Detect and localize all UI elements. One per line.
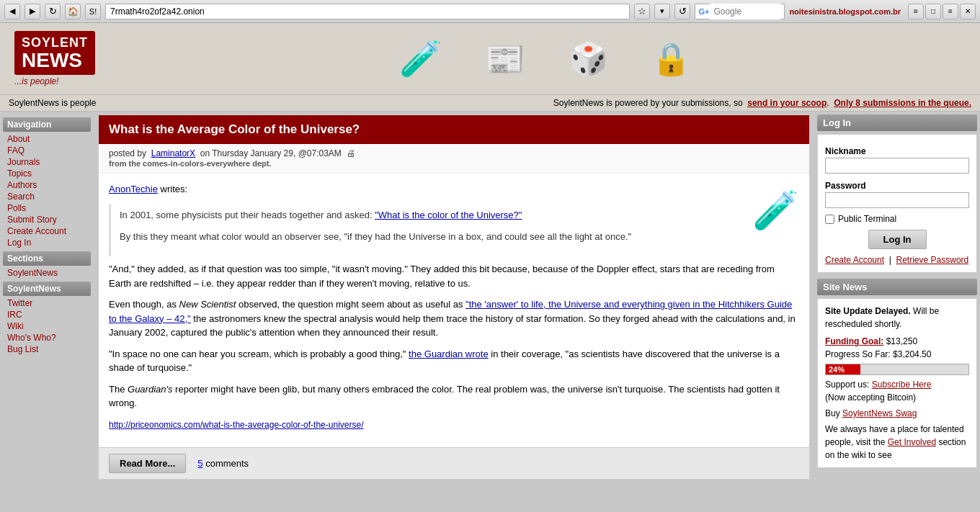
content-center: What is the Average Color of the Univers… xyxy=(94,112,814,512)
login-button[interactable]: Log In xyxy=(868,230,927,249)
article-title: What is the Average Color of the Univers… xyxy=(99,115,809,144)
site-header: SOYLENT NEWS ...is people! 🧪 📰 🎲 🔒 xyxy=(0,23,980,95)
sidebar-item-search[interactable]: Search xyxy=(3,191,91,202)
logo-tagline: ...is people! xyxy=(14,76,58,86)
addon-btn-3[interactable]: ≡ xyxy=(943,4,958,19)
browser-search-input[interactable] xyxy=(709,4,781,19)
soylent-section-title: SoylentNews xyxy=(3,282,91,296)
login-section-title: Log In xyxy=(817,114,977,131)
article-para4: The Guardian's reporter might have been … xyxy=(109,382,799,410)
public-terminal-row: Public Terminal xyxy=(825,214,969,224)
public-terminal-label: Public Terminal xyxy=(838,214,896,224)
home-button[interactable]: 🏠 xyxy=(65,4,81,19)
sidebar-item-soylent-news[interactable]: SoylentNews xyxy=(3,267,91,279)
sidebar-left: Navigation About FAQ Journals Topics Aut… xyxy=(0,112,94,512)
sidebar-item-submit-story[interactable]: Submit Story xyxy=(3,214,91,225)
meta-author-link[interactable]: LaminatorX xyxy=(151,148,195,158)
queue-link[interactable]: Only 8 submissions in the queue. xyxy=(834,98,971,108)
close-btn[interactable]: ✕ xyxy=(960,4,976,19)
browser-chrome: ◀ ▶ ↻ 🏠 S! ☆ ▾ ↺ G+ noitesinistra.blogsp… xyxy=(0,0,980,23)
article-meta: posted by LaminatorX on Thursday January… xyxy=(99,144,809,174)
addon-btn-1[interactable]: ≡ xyxy=(908,4,924,19)
header-icons: 🧪 📰 🎲 🔒 xyxy=(399,39,691,79)
sidebar-item-wiki[interactable]: Wiki xyxy=(3,320,91,332)
forward-button[interactable]: ▶ xyxy=(24,4,40,19)
support-before: Support us: xyxy=(825,379,872,390)
get-involved-link[interactable]: Get Involved xyxy=(888,437,936,447)
logo-area: SOYLENT NEWS ...is people! xyxy=(14,31,95,86)
public-terminal-checkbox[interactable] xyxy=(825,215,834,224)
nickname-label: Nickname xyxy=(825,146,969,156)
retrieve-password-link[interactable]: Retrieve Password xyxy=(896,255,969,265)
main-layout: Navigation About FAQ Journals Topics Aut… xyxy=(0,112,980,512)
sections-title: Sections xyxy=(3,251,91,266)
logo-box: SOYLENT NEWS xyxy=(14,31,95,75)
buy-before: Buy xyxy=(825,408,842,418)
article-para3: "In space no one can hear you scream, wh… xyxy=(109,347,799,375)
update-bold: Site Update Delayed. xyxy=(825,306,911,316)
article-para1: "And," they added, as if that question w… xyxy=(109,262,799,290)
sidebar-item-log-in[interactable]: Log In xyxy=(3,237,91,248)
progress-bar-outer: 24% xyxy=(825,364,969,375)
article-body: 🧪 AnonTechie writes: In 2001, some physi… xyxy=(99,174,809,447)
article-box: What is the Average Color of the Univers… xyxy=(98,114,810,480)
bookmark-icon[interactable]: ▾ xyxy=(654,4,670,19)
swag-link[interactable]: SoylentNews Swag xyxy=(842,408,917,418)
science-flask-icon[interactable]: 🧪 xyxy=(399,39,442,79)
comments-link: 5 comments xyxy=(197,458,249,469)
color-universe-link[interactable]: "What is the color of the Universe?" xyxy=(375,210,522,220)
meta-date: on Thursday January 29, @07:03AM xyxy=(200,148,342,158)
sidebar-item-create-account[interactable]: Create Account xyxy=(3,225,91,237)
url-bar[interactable] xyxy=(105,4,630,19)
external-link[interactable]: noitesinistra.blogspot.com.br xyxy=(789,7,901,16)
login-extra-links: Create Account | Retrieve Password xyxy=(825,255,969,265)
guardian-link[interactable]: the Guardian wrote xyxy=(409,349,489,359)
sidebar-item-faq[interactable]: FAQ xyxy=(3,145,91,156)
newspaper-icon[interactable]: 📰 xyxy=(486,40,525,78)
print-icon[interactable]: 🖨 xyxy=(347,148,355,158)
logo-soylent: SOYLENT xyxy=(22,35,88,50)
sidebar-item-authors[interactable]: Authors xyxy=(3,179,91,191)
sidebar-item-topics[interactable]: Topics xyxy=(3,168,91,179)
sidebar-item-about[interactable]: About xyxy=(3,133,91,145)
progress-amount: $3,204.50 xyxy=(893,349,931,359)
tagline-right: SoylentNews is powered by your submissio… xyxy=(553,98,971,108)
sidebar-item-polls[interactable]: Polls xyxy=(3,202,91,214)
reload-button[interactable]: ↻ xyxy=(45,4,61,19)
nickname-input[interactable] xyxy=(825,158,969,174)
nav-section-title: Navigation xyxy=(3,117,91,132)
article-blockquote: In 2001, some physicists put their heads… xyxy=(109,204,799,257)
sidebar-item-journals[interactable]: Journals xyxy=(3,156,91,168)
scoop-link[interactable]: send in your scoop xyxy=(747,98,827,108)
article-url-link[interactable]: http://priceonomics.com/what-is-the-aver… xyxy=(109,420,363,430)
sidebar-item-twitter[interactable]: Twitter xyxy=(3,297,91,309)
star-icon[interactable]: ☆ xyxy=(634,4,650,19)
read-more-button[interactable]: Read More... xyxy=(109,454,186,473)
funding-goal-link[interactable]: Funding Goal: xyxy=(825,336,883,346)
addon-btn-2[interactable]: □ xyxy=(925,4,941,19)
sidebar-right: Log In Nickname Password Public Terminal… xyxy=(814,112,980,512)
logo-news: NEWS xyxy=(22,50,82,71)
create-account-link[interactable]: Create Account xyxy=(825,255,884,265)
meta-posted: posted by xyxy=(109,148,146,158)
article-para2: Even though, as New Scientist observed, … xyxy=(109,297,799,340)
article-flask-icon: 🧪 xyxy=(752,182,799,238)
article-writer-link[interactable]: AnonTechie xyxy=(109,184,158,194)
site-news-title: Site News xyxy=(817,279,977,295)
password-input[interactable] xyxy=(825,192,969,208)
sidebar-item-irc[interactable]: IRC xyxy=(3,309,91,320)
support-after: (Now accepting Bitcoin) xyxy=(825,392,916,403)
stop-button[interactable]: S! xyxy=(85,4,101,19)
lock-icon[interactable]: 🔒 xyxy=(651,40,691,78)
sidebar-item-bug-list[interactable]: Bug List xyxy=(3,343,91,355)
progress-bar-inner: 24% xyxy=(826,364,860,374)
login-panel: Nickname Password Public Terminal Log In… xyxy=(817,134,977,273)
dice-icon[interactable]: 🎲 xyxy=(569,40,608,78)
subscribe-link[interactable]: Subscribe Here xyxy=(872,379,932,390)
meta-dept: from the comes-in-colors-everywhere dept… xyxy=(109,159,272,168)
refresh-icon[interactable]: ↺ xyxy=(674,4,690,19)
site-news-panel: Site Update Delayed. Will be rescheduled… xyxy=(817,298,977,468)
search-engine-icon: G+ xyxy=(698,7,709,16)
back-button[interactable]: ◀ xyxy=(4,4,20,19)
sidebar-item-whos-who[interactable]: Who's Who? xyxy=(3,332,91,343)
